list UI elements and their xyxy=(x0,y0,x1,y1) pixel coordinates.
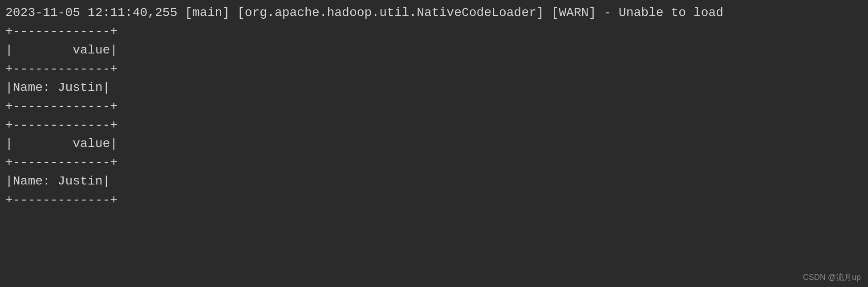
watermark: CSDN @流月up xyxy=(803,272,861,283)
table-header: | value| xyxy=(5,41,863,60)
table-sep-2: +-------------+ xyxy=(5,60,863,78)
table-row-1: |Name: Justin| xyxy=(5,78,863,97)
table-row-2: |Name: Justin| xyxy=(5,172,863,191)
table-sep-1: +-------------+ xyxy=(5,22,863,41)
table-sep-6: +-------------+ xyxy=(5,191,863,209)
terminal-output: 2023-11-05 12:11:40,255 [main] [org.apac… xyxy=(0,0,868,287)
table-sep-3: +-------------+ xyxy=(5,97,863,116)
table-sep-5: +-------------+ xyxy=(5,153,863,172)
warn-line: 2023-11-05 12:11:40,255 [main] [org.apac… xyxy=(5,4,863,22)
table-sep-4: +-------------+ xyxy=(5,116,863,135)
table-header-2: | value| xyxy=(5,135,863,153)
